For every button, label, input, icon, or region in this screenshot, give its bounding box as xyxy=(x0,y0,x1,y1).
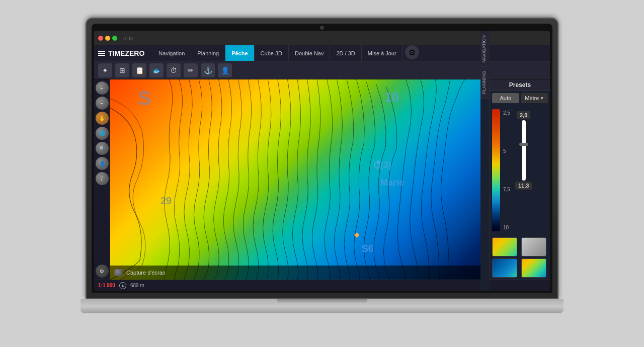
side-tab-planning[interactable]: PLANNING xyxy=(480,79,490,99)
app-container: ◁ ▷ TIMEZERO Navigation xyxy=(94,31,550,291)
compass-icon: ▲ xyxy=(119,282,126,289)
slider-bottom-value: 11,3 xyxy=(515,182,532,190)
compass-rose-icon: ✦ xyxy=(102,66,108,74)
laptop-base xyxy=(80,299,564,313)
settings-icon[interactable]: ⚙ xyxy=(405,45,419,59)
tab-planning[interactable]: Planning xyxy=(191,45,225,61)
sidebar-pan[interactable]: ✋ xyxy=(96,112,109,125)
close-button[interactable] xyxy=(98,36,103,41)
maximize-button[interactable] xyxy=(112,36,117,41)
dropdown-icon: ▼ xyxy=(540,96,544,101)
app-logo: TIMEZERO xyxy=(98,49,144,57)
tab-miseajour[interactable]: Mise à Jour xyxy=(362,45,403,61)
laptop-container: ◁ ▷ TIMEZERO Navigation xyxy=(80,18,564,329)
chart-icon: 📋 xyxy=(135,66,144,74)
map-area[interactable]: S 10 Q(3) Marie 29 S6 ✦ ◆ xyxy=(110,79,490,280)
depth-scale: 2,5 5 7,5 10 2,0 xyxy=(490,105,550,235)
left-sidebar: + − ✋ 🌐 🔍 👤 / ⚙ xyxy=(94,79,110,280)
chart-thumbnails xyxy=(490,235,550,280)
thumbnail-3[interactable] xyxy=(492,258,517,278)
map-distance: 689 m xyxy=(130,283,144,288)
pencil-icon: ✏ xyxy=(188,66,194,74)
sidebar-globe[interactable]: 🌐 xyxy=(96,127,109,140)
laptop-lid: ◁ ▷ TIMEZERO Navigation xyxy=(86,18,558,299)
depth-labels: 2,5 5 7,5 10 xyxy=(503,109,510,231)
depth-map: S 10 Q(3) Marie 29 S6 ✦ ◆ xyxy=(110,79,490,280)
screenshot-camera-icon xyxy=(114,269,123,276)
clock-icon: ⏱ xyxy=(170,66,177,74)
screen-content: ◁ ▷ TIMEZERO Navigation xyxy=(94,31,550,291)
tab-cube3d[interactable]: Cube 3D xyxy=(255,45,289,61)
map-scale: 1:1 900 xyxy=(98,283,115,288)
clock-button[interactable]: ⏱ xyxy=(167,63,181,77)
slider-top-value: 2,0 xyxy=(517,111,530,119)
sidebar-zoom-in[interactable]: + xyxy=(96,81,109,95)
right-panel: Presets Auto Mètre ▼ xyxy=(490,79,550,280)
thumbnail-4[interactable] xyxy=(521,258,546,278)
fish-icon: 🐟 xyxy=(152,66,161,74)
webcam xyxy=(320,26,324,30)
fish-button[interactable]: 🐟 xyxy=(149,63,164,77)
nav-back-icon[interactable]: ◁ xyxy=(123,35,127,41)
main-area: + − ✋ 🌐 🔍 👤 / ⚙ xyxy=(94,79,550,280)
thumbnail-1[interactable] xyxy=(492,237,517,256)
layers-button[interactable]: ⊞ xyxy=(115,63,129,77)
depth-slider[interactable] xyxy=(522,120,526,181)
thumbnail-2[interactable] xyxy=(521,237,546,256)
slider-area: 2,0 11,3 xyxy=(513,109,534,231)
sidebar-zoom-out[interactable]: − xyxy=(96,97,109,110)
sidebar-search[interactable]: 🔍 xyxy=(96,142,109,155)
route-button[interactable]: ⚓ xyxy=(201,63,215,77)
person-button[interactable]: 👤 xyxy=(218,63,232,77)
tab-peche[interactable]: Pêche xyxy=(225,45,254,61)
auto-button[interactable]: Auto xyxy=(492,93,519,103)
window-controls xyxy=(98,36,117,41)
nav-forward-icon[interactable]: ▷ xyxy=(129,35,133,41)
title-nav: ◁ ▷ xyxy=(123,35,133,41)
tab-doublenav[interactable]: Double Nav xyxy=(289,45,330,61)
slider-handle[interactable] xyxy=(519,143,528,146)
app-title: TIMEZERO xyxy=(108,49,144,57)
layers-icon: ⊞ xyxy=(119,66,125,74)
minimize-button[interactable] xyxy=(105,36,110,41)
presets-controls: Auto Mètre ▼ xyxy=(490,91,550,105)
compass-rose-button[interactable]: ✦ xyxy=(98,63,112,77)
screenshot-bar: Capture d'écran xyxy=(110,266,490,280)
nav-tabs: Navigation Planning Pêche Cube 3D Double… xyxy=(152,45,419,61)
sidebar-measure[interactable]: / xyxy=(96,172,109,185)
presets-header: Presets xyxy=(490,79,550,91)
color-bar xyxy=(492,109,500,231)
person-icon: 👤 xyxy=(221,66,229,74)
chart-button[interactable]: 📋 xyxy=(132,63,146,77)
sidebar-layers[interactable]: 👤 xyxy=(96,157,109,170)
tab-navigation[interactable]: Navigation xyxy=(152,45,191,61)
contour-overlay xyxy=(110,79,490,280)
sidebar-settings[interactable]: ⚙ xyxy=(96,265,109,278)
side-tabs: NAVIGATION PLANNING xyxy=(480,79,490,280)
hamburger-icon[interactable] xyxy=(98,51,105,56)
route-icon: ⚓ xyxy=(204,66,212,74)
pencil-button[interactable]: ✏ xyxy=(184,63,198,77)
screenshot-label[interactable]: Capture d'écran xyxy=(126,270,166,276)
screen-bezel: ◁ ▷ TIMEZERO Navigation xyxy=(92,24,552,293)
tab-2d3d[interactable]: 2D / 3D xyxy=(330,45,361,61)
metre-button[interactable]: Mètre ▼ xyxy=(521,93,548,103)
